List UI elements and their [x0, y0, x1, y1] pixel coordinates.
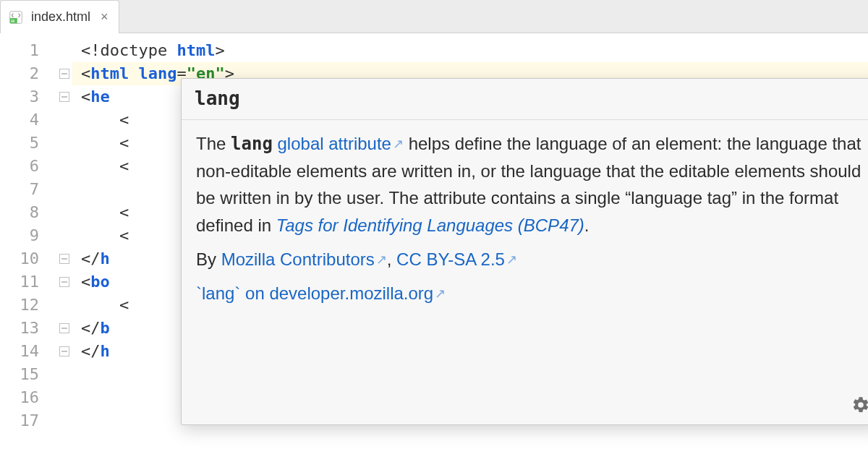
- doc-code: lang: [231, 134, 273, 154]
- external-link-icon: ↗: [506, 252, 517, 267]
- line-number-gutter: 1 2 3 4 5 6 7 8 9 10 11 12 13 14 15 16 1…: [0, 33, 56, 470]
- doc-popup-header: lang: [182, 79, 868, 120]
- doc-text: The: [196, 134, 231, 153]
- line-number: 16: [0, 386, 56, 409]
- doc-link-global-attribute[interactable]: global attribute↗: [278, 134, 404, 153]
- html-file-icon: H: [8, 9, 24, 25]
- external-link-icon: ↗: [435, 286, 446, 301]
- line-number: 8: [0, 201, 56, 224]
- fold-toggle-icon[interactable]: [59, 346, 69, 356]
- line-number: 15: [0, 363, 56, 386]
- line-number: 14: [0, 340, 56, 363]
- doc-link-author[interactable]: Mozilla Contributors↗: [221, 249, 387, 269]
- close-tab-icon[interactable]: ×: [98, 9, 109, 25]
- line-number: 9: [0, 224, 56, 247]
- doc-link-license[interactable]: CC BY-SA 2.5↗: [396, 249, 517, 269]
- svg-text:H: H: [12, 18, 14, 22]
- external-link-icon: ↗: [376, 252, 387, 267]
- doc-link-mdn[interactable]: `lang` on developer.mozilla.org↗: [196, 283, 446, 303]
- doc-text: ,: [387, 249, 396, 269]
- doc-text: By: [196, 249, 221, 269]
- line-number: 7: [0, 178, 56, 201]
- line-number: 11: [0, 270, 56, 294]
- fold-toggle-icon[interactable]: [59, 277, 69, 287]
- line-number: 10: [0, 247, 56, 270]
- quick-documentation-popup[interactable]: lang The lang global attribute↗ helps de…: [181, 78, 868, 425]
- line-number: 12: [0, 294, 56, 317]
- editor-tab[interactable]: H index.html ×: [0, 0, 119, 33]
- code-content[interactable]: <!doctype html> <html lang="en"> <he < <…: [72, 33, 868, 470]
- tab-bar: H index.html ×: [0, 0, 868, 33]
- line-number: 6: [0, 155, 56, 178]
- doc-title: lang: [195, 87, 240, 109]
- line-number: 4: [0, 108, 56, 132]
- external-link-icon: ↗: [393, 137, 404, 151]
- line-number: 3: [0, 85, 56, 108]
- code-editor[interactable]: 1 2 3 4 5 6 7 8 9 10 11 12 13 14 15 16 1…: [0, 33, 868, 470]
- line-number: 1: [0, 39, 56, 62]
- doc-text: .: [584, 215, 590, 235]
- line-number: 13: [0, 317, 56, 340]
- line-number: 17: [0, 409, 56, 432]
- line-number: 2: [0, 62, 56, 85]
- fold-gutter: [56, 33, 72, 470]
- fold-toggle-icon[interactable]: [59, 92, 69, 102]
- fold-toggle-icon[interactable]: [59, 323, 69, 333]
- code-line: <!doctype html>: [72, 39, 868, 62]
- gear-icon[interactable]: [851, 396, 868, 414]
- fold-toggle-icon[interactable]: [59, 69, 69, 79]
- doc-popup-body: The lang global attribute↗ helps define …: [182, 120, 868, 424]
- tab-filename: index.html: [31, 9, 90, 25]
- doc-link-bcp47[interactable]: Tags for Identifying Languages (BCP47): [276, 215, 584, 235]
- fold-toggle-icon[interactable]: [59, 254, 69, 264]
- line-number: 5: [0, 132, 56, 155]
